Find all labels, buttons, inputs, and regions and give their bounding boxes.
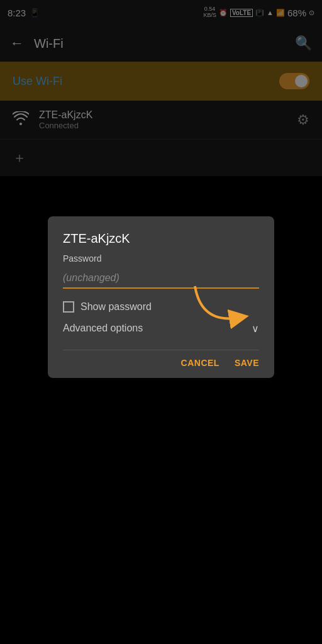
show-password-label: Show password [80,301,152,313]
dialog-title: ZTE-aKjzcK [63,231,259,246]
chevron-down-icon: ∨ [252,323,259,335]
password-input[interactable] [63,269,259,289]
advanced-options-label: Advanced options [63,323,143,334]
save-button[interactable]: SAVE [235,358,259,368]
advanced-options-row[interactable]: Advanced options ∨ [63,323,259,335]
dialog-overlay: ZTE-aKjzcK Password Show password Advanc… [0,0,322,644]
cancel-button[interactable]: CANCEL [181,358,219,368]
dialog-actions: CANCEL SAVE [63,350,259,368]
show-password-row: Show password [63,301,259,313]
show-password-checkbox[interactable] [63,301,74,313]
dialog-password-label: Password [63,253,259,264]
wifi-password-dialog: ZTE-aKjzcK Password Show password Advanc… [48,216,274,378]
